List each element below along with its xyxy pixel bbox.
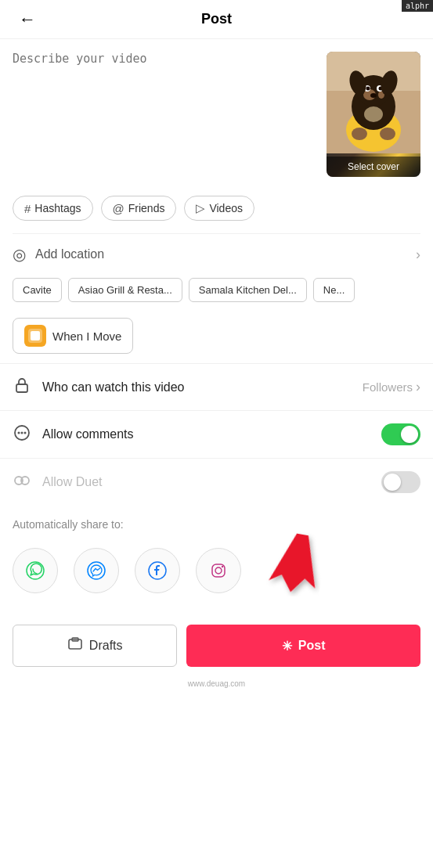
- location-chip-3[interactable]: Ne...: [313, 278, 355, 302]
- post-button[interactable]: ✳ Post: [186, 625, 420, 667]
- location-chip-0[interactable]: Cavite: [13, 278, 62, 302]
- toggle-knob-duet: [384, 474, 401, 491]
- svg-marker-32: [268, 530, 324, 596]
- app-badge-icon: [24, 325, 46, 347]
- svg-point-11: [370, 93, 377, 98]
- allow-duet-toggle[interactable]: [381, 471, 420, 493]
- svg-point-22: [21, 431, 23, 434]
- videos-label: Videos: [209, 202, 243, 214]
- video-thumbnail[interactable]: Select cover: [327, 52, 420, 177]
- comment-icon: [13, 424, 31, 445]
- svg-point-23: [24, 431, 27, 434]
- share-section: Automatically share to:: [0, 506, 433, 606]
- allow-comments-row: Allow comments: [0, 410, 433, 458]
- app-badge-row: When I Move: [0, 312, 433, 363]
- svg-point-9: [366, 87, 370, 91]
- at-icon: @: [113, 202, 124, 215]
- hashtag-icon: #: [24, 202, 31, 215]
- allow-duet-row: Allow Duet: [0, 458, 433, 506]
- svg-point-30: [215, 567, 222, 574]
- watermark-bottom: www.deuag.com: [0, 679, 433, 694]
- who-can-watch-row[interactable]: Who can watch this video Followers ›: [0, 363, 433, 410]
- post-icon: ✳: [282, 639, 292, 654]
- back-button[interactable]: ←: [13, 6, 42, 33]
- share-label: Automatically share to:: [13, 518, 420, 531]
- location-icon: ◎: [13, 245, 26, 264]
- hashtags-label: Hashtags: [34, 202, 81, 214]
- svg-rect-19: [16, 384, 27, 392]
- play-icon: ▷: [196, 201, 205, 215]
- lock-icon: [13, 376, 31, 398]
- location-label: Add location: [35, 247, 416, 261]
- bottom-buttons: Drafts ✳ Post: [0, 612, 433, 679]
- drafts-label: Drafts: [89, 639, 123, 653]
- location-row[interactable]: ◎ Add location ›: [0, 234, 433, 275]
- hashtags-button[interactable]: # Hashtags: [13, 196, 93, 221]
- svg-point-27: [88, 562, 105, 579]
- duet-icon: [13, 472, 31, 493]
- select-cover-label[interactable]: Select cover: [327, 157, 420, 177]
- location-chip-1[interactable]: Asiao Grill & Resta...: [68, 278, 182, 302]
- top-bar: ← Post: [0, 0, 433, 39]
- facebook-share-button[interactable]: [135, 548, 180, 593]
- drafts-button[interactable]: Drafts: [13, 625, 177, 667]
- allow-comments-toggle[interactable]: [381, 423, 420, 445]
- description-input[interactable]: [13, 52, 317, 146]
- messenger-share-button[interactable]: [74, 548, 119, 593]
- description-section: Select cover: [0, 39, 433, 189]
- friends-button[interactable]: @ Friends: [101, 196, 177, 221]
- arrow-container: [265, 526, 327, 600]
- watermark-top: alphr: [402, 0, 433, 12]
- svg-point-21: [18, 431, 20, 434]
- svg-point-31: [222, 566, 223, 567]
- who-can-watch-label: Who can watch this video: [42, 380, 363, 394]
- who-can-watch-chevron: ›: [416, 379, 420, 395]
- instagram-share-button[interactable]: [196, 548, 241, 593]
- tag-buttons-row: # Hashtags @ Friends ▷ Videos: [0, 189, 433, 233]
- app-badge[interactable]: When I Move: [13, 318, 133, 354]
- drafts-icon: [67, 636, 83, 655]
- post-label: Post: [298, 639, 326, 653]
- location-chip-2[interactable]: Samala Kitchen Del...: [189, 278, 307, 302]
- page-title: Post: [201, 11, 232, 27]
- svg-point-15: [380, 128, 395, 140]
- allow-comments-label: Allow comments: [42, 427, 381, 441]
- svg-point-14: [352, 128, 367, 140]
- who-can-watch-value: Followers: [363, 380, 413, 394]
- toggle-knob-comments: [401, 426, 418, 443]
- friends-label: Friends: [128, 202, 165, 214]
- allow-duet-label: Allow Duet: [42, 475, 381, 489]
- videos-button[interactable]: ▷ Videos: [184, 196, 254, 221]
- location-chips: Cavite Asiao Grill & Resta... Samala Kit…: [0, 275, 433, 312]
- share-icons-row: [13, 542, 420, 600]
- chevron-right-icon: ›: [416, 247, 420, 263]
- svg-rect-18: [31, 331, 40, 340]
- svg-point-16: [364, 106, 383, 122]
- app-badge-label: When I Move: [52, 330, 121, 343]
- whatsapp-share-button[interactable]: [13, 548, 58, 593]
